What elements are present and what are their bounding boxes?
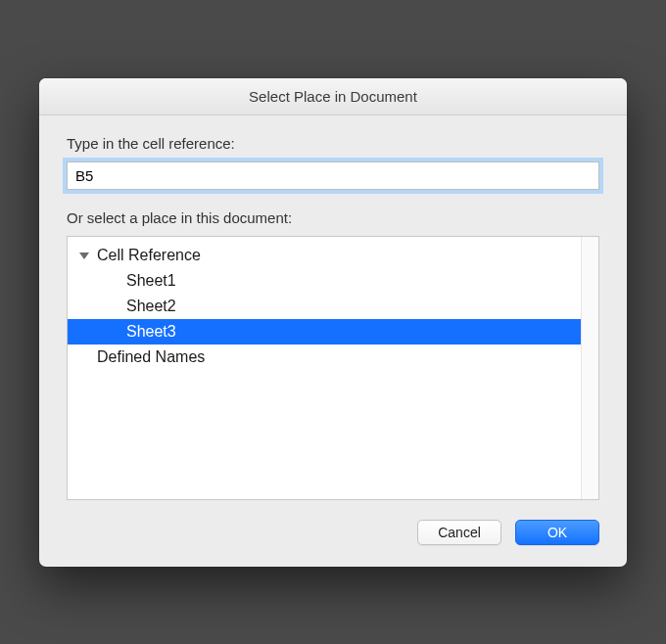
dialog-title: Select Place in Document <box>249 88 417 105</box>
disclosure-triangle-icon[interactable] <box>77 249 91 262</box>
tree-node-sheet2[interactable]: Sheet2 <box>68 294 581 319</box>
tree-node-defined-names[interactable]: Defined Names <box>68 345 581 370</box>
cell-reference-input[interactable] <box>67 161 599 190</box>
dialog-titlebar: Select Place in Document <box>39 78 627 115</box>
cell-reference-label: Type in the cell reference: <box>67 135 599 152</box>
tree-node-label: Defined Names <box>97 348 205 366</box>
svg-marker-0 <box>79 253 89 259</box>
dialog-content: Type in the cell reference: Or select a … <box>39 115 627 567</box>
dialog-footer: Cancel OK <box>67 520 599 545</box>
ok-button[interactable]: OK <box>515 520 599 545</box>
scrollbar[interactable] <box>581 237 598 499</box>
place-tree-container: Cell Reference Sheet1 Sheet2 Sheet3 Defi… <box>67 236 599 500</box>
tree-node-label: Cell Reference <box>97 247 201 264</box>
tree-node-sheet3[interactable]: Sheet3 <box>68 319 581 345</box>
tree-node-label: Sheet2 <box>126 298 176 315</box>
cancel-button[interactable]: Cancel <box>417 520 501 545</box>
select-place-dialog: Select Place in Document Type in the cel… <box>39 78 627 567</box>
tree-node-cell-reference[interactable]: Cell Reference <box>68 243 581 268</box>
tree-node-sheet1[interactable]: Sheet1 <box>68 268 581 294</box>
tree-node-label: Sheet3 <box>126 323 176 341</box>
place-select-label: Or select a place in this document: <box>67 209 599 226</box>
tree-node-label: Sheet1 <box>126 272 176 290</box>
place-tree[interactable]: Cell Reference Sheet1 Sheet2 Sheet3 Defi… <box>68 237 581 499</box>
